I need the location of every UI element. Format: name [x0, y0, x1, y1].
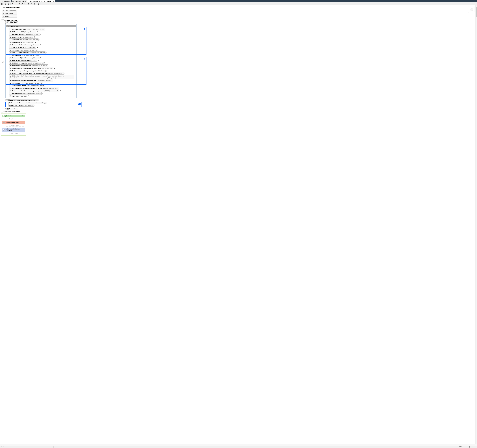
collapse-button[interactable]: – [3, 115, 5, 117]
workflow-step[interactable]: Retrieve email (Read Text from App Eleme… [9, 57, 76, 59]
pin-icon[interactable] [37, 60, 39, 61]
search-prev-button[interactable]: ˄ [54, 446, 55, 448]
workflow-step[interactable]: Retrieve street (Read Text from App Elem… [9, 33, 76, 36]
binoculars-icon[interactable] [1, 446, 2, 448]
pin-icon[interactable] [45, 29, 47, 30]
stop-button[interactable] [18, 3, 20, 5]
zoom-slider[interactable] [466, 447, 474, 447]
workflow-step[interactable]: Retrieve account name (Read Text from Ap… [9, 28, 76, 30]
search-input[interactable] [3, 446, 53, 448]
workflow-step[interactable]: Retrieve premium (Read Text from App Ele… [9, 92, 76, 95]
pin-icon[interactable] [40, 54, 42, 56]
workflow-step[interactable]: ARetrieve Effective Date using a regular… [9, 87, 76, 89]
pin-icon[interactable] [37, 47, 38, 48]
workflow-step[interactable]: Retrieve phone (Read Text from App Eleme… [9, 54, 76, 56]
collapse-button[interactable]: – [1, 111, 3, 113]
wand-button[interactable] [21, 3, 23, 5]
pin-icon[interactable] [40, 34, 42, 35]
download-button[interactable] [14, 3, 17, 5]
workflow-step[interactable]: Click State field (Click App Element) [9, 41, 76, 43]
workflow-step[interactable]: Wait for servicing/billing data to appea… [9, 79, 76, 82]
activity-parameters-button[interactable]: Activity Parameters [2, 10, 17, 12]
final-head-succeeded[interactable]: – Workflow run succeeded [2, 115, 25, 117]
drop-zone[interactable]: Drop Items here... [5, 118, 24, 120]
collapse-button[interactable]: – [6, 99, 8, 101]
step-button[interactable] [24, 3, 26, 5]
search-next-button[interactable]: ˅ [55, 446, 57, 448]
undo-button[interactable] [4, 3, 7, 5]
collapse-button[interactable]: – [3, 129, 5, 131]
pin-icon[interactable] [14, 15, 16, 17]
key-button[interactable] [40, 3, 42, 5]
tab-find-record[interactable]: Find Record in AMS [12, 0, 27, 2]
pin-icon[interactable] [40, 57, 42, 59]
workflow-step[interactable]: REST Call 2 (REST Call) [9, 95, 76, 97]
workflow-step[interactable]: ASearch for Servicing/Billing entry in p… [9, 72, 76, 75]
copy-button[interactable] [0, 3, 3, 5]
pin-icon[interactable] [42, 93, 44, 94]
scroll-right-icon[interactable]: › [476, 444, 477, 446]
pin-icon[interactable] [53, 80, 55, 81]
canvas-scroll[interactable]: – Workflow Initialization Activity Param… [0, 6, 477, 444]
workflow-step[interactable]: Write data to CSV (Write to Text File) [8, 104, 476, 107]
horizontal-scrollbar[interactable]: ‹ › [0, 444, 477, 446]
final-head-failed[interactable]: – Workflow run failed [2, 121, 25, 124]
pin-icon[interactable] [34, 105, 36, 106]
pin-icon[interactable] [28, 95, 30, 97]
workflow-step[interactable]: Retrieve zip (Read Text from App Element… [9, 49, 76, 51]
play-button[interactable] [30, 3, 33, 5]
zoom-in-button[interactable]: + [475, 446, 476, 448]
collapse-button[interactable]: – [1, 19, 3, 21]
pin-icon[interactable] [45, 85, 47, 87]
workflow-step[interactable]: Rest Call with account data (REST Call) [9, 59, 76, 62]
pin-icon[interactable] [48, 65, 50, 66]
workflow-step[interactable]: Wait for policy data to appear (Image Se… [9, 70, 76, 72]
upload-button[interactable] [11, 3, 14, 5]
search-field[interactable] [3, 446, 53, 448]
workflow-step[interactable]: ARetrieve expiration date using a regula… [9, 90, 76, 92]
close-tab-icon[interactable]: ✕ [53, 0, 54, 2]
zoom-out-button[interactable]: – [463, 446, 465, 448]
collapse-button[interactable]: – [3, 122, 5, 123]
pin-icon[interactable] [46, 52, 48, 53]
pin-icon[interactable] [47, 70, 49, 72]
pin-icon[interactable] [60, 90, 61, 92]
workflow-step[interactable]: Click city field (Click App Element) [9, 36, 76, 38]
pin-icon[interactable] [59, 87, 61, 89]
workflow-step[interactable]: Click on Servicing/Billing entry in poli… [9, 75, 76, 79]
workflow-step[interactable]: Combine field names and retrived data (C… [8, 102, 476, 104]
csv-group-header[interactable]: – Write CSV file containing all data (Gr… [6, 99, 38, 101]
breakpoint-button[interactable] [27, 3, 30, 5]
collapse-button[interactable]: – [1, 7, 3, 8]
pin-icon[interactable] [43, 82, 45, 84]
pattern-gallery-button[interactable]: Pattern Gallery [2, 12, 17, 15]
collapse-mid-button[interactable]: – [2, 61, 4, 63]
workflow-step[interactable]: Wait for policies view to appear (Image … [9, 64, 76, 67]
pin-icon[interactable] [34, 36, 36, 38]
collapse-button[interactable]: – [7, 25, 9, 27]
pin-icon[interactable] [39, 44, 41, 46]
workflow-step[interactable]: Retrieve state (Read Text from App Eleme… [9, 44, 76, 46]
pin-icon[interactable] [54, 67, 55, 69]
drop-zone[interactable]: Drop Items here... [5, 132, 24, 134]
transaction-start[interactable]: ⬚⬚ Transaction [6, 22, 18, 24]
tab-write-csv[interactable]: Write to CSV & trans...o SFTP location ✕ [27, 0, 55, 2]
zoom-thumb[interactable] [469, 446, 470, 448]
app-session-header[interactable]: – App Session [6, 25, 76, 27]
pin-icon[interactable] [38, 49, 40, 51]
pin-icon[interactable] [37, 31, 38, 33]
debug-gear-button[interactable] [33, 3, 36, 5]
transaction-end[interactable]: ⬚⬚ Transaction [6, 108, 18, 110]
workflow-step[interactable]: Click Policies navigation entry (Click A… [9, 62, 76, 64]
workflow-step[interactable]: Press ESC key in zip field (Keystrokes t… [9, 52, 76, 54]
print-button[interactable] [37, 3, 40, 5]
workflow-step[interactable]: Retrieve City (Read Text from App Elemen… [9, 39, 76, 41]
settings-button[interactable]: Settings [2, 15, 17, 17]
workflow-step[interactable]: Retrieve policy type (Read Text from App… [9, 82, 76, 84]
redo-button[interactable] [7, 3, 10, 5]
pin-icon[interactable] [74, 76, 76, 78]
workflow-step[interactable]: Retrieve policy number (Read Text from A… [9, 85, 76, 87]
workflow-step[interactable]: Click first policiy in list to open the … [9, 67, 76, 70]
pin-icon[interactable] [35, 41, 36, 43]
workflow-step[interactable]: Click Address field (Click App Element) [9, 31, 76, 33]
